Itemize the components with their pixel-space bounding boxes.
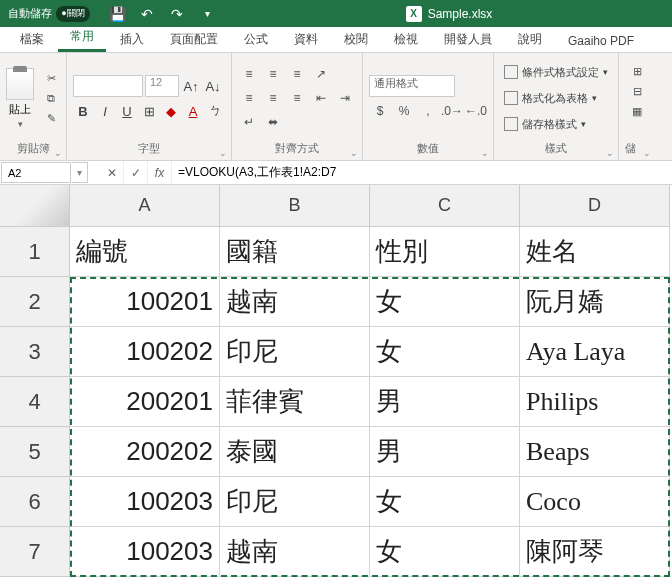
cell[interactable]: 性別 [370,227,520,277]
orientation-icon[interactable]: ↗ [310,64,332,84]
cell[interactable]: 女 [370,277,520,327]
cell-styles-button[interactable]: 儲存格樣式▾ [500,112,612,136]
indent-increase-icon[interactable]: ⇥ [334,88,356,108]
cell[interactable]: 女 [370,477,520,527]
cell[interactable]: 100203 [70,477,220,527]
phonetic-button[interactable]: ㄅ [205,101,225,121]
row-header[interactable]: 6 [0,477,70,527]
paste-button[interactable]: 貼上 ▾ [6,68,34,129]
col-header-b[interactable]: B [220,185,370,227]
formula-input[interactable]: =VLOOKU(A3,工作表1!A2:D7 [172,161,672,184]
cell[interactable]: 印尼 [220,477,370,527]
cell[interactable]: 200201 [70,377,220,427]
fill-color-button[interactable]: ◆ [161,101,181,121]
redo-icon[interactable]: ↷ [166,3,188,25]
cell[interactable]: Coco [520,477,670,527]
decrease-decimal-icon[interactable]: ←.0 [465,101,487,121]
tab-gaaiho[interactable]: Gaaiho PDF [556,30,646,52]
row-header[interactable]: 5 [0,427,70,477]
select-all-corner[interactable] [0,185,70,227]
cell[interactable]: 200202 [70,427,220,477]
row-header[interactable]: 2 [0,277,70,327]
cell[interactable]: 阮月嬌 [520,277,670,327]
copy-icon[interactable]: ⧉ [42,90,60,106]
number-format-select[interactable]: 通用格式 [369,75,455,97]
bold-button[interactable]: B [73,101,93,121]
align-top-icon[interactable]: ≡ [238,64,260,84]
cancel-formula-icon[interactable]: ✕ [100,161,124,184]
align-center-icon[interactable]: ≡ [262,88,284,108]
cell[interactable]: 100203 [70,527,220,577]
cell[interactable]: 泰國 [220,427,370,477]
tab-review[interactable]: 校閱 [332,27,380,52]
cell[interactable]: 國籍 [220,227,370,277]
tab-file[interactable]: 檔案 [8,27,56,52]
col-header-a[interactable]: A [70,185,220,227]
font-size-select[interactable]: 12 [145,75,179,97]
font-color-button[interactable]: A [183,101,203,121]
align-middle-icon[interactable]: ≡ [262,64,284,84]
qat-dropdown-icon[interactable]: ▾ [196,3,218,25]
tab-insert[interactable]: 插入 [108,27,156,52]
name-box[interactable]: A2 [1,162,71,183]
align-right-icon[interactable]: ≡ [286,88,308,108]
cell[interactable]: 印尼 [220,327,370,377]
name-box-dropdown-icon[interactable]: ▾ [72,162,88,183]
enter-formula-icon[interactable]: ✓ [124,161,148,184]
tab-formulas[interactable]: 公式 [232,27,280,52]
decrease-font-icon[interactable]: A↓ [203,76,223,96]
undo-icon[interactable]: ↶ [136,3,158,25]
col-header-c[interactable]: C [370,185,520,227]
delete-cells-icon[interactable]: ⊟ [628,83,646,99]
cell[interactable]: 男 [370,427,520,477]
comma-icon[interactable]: , [417,101,439,121]
cell[interactable]: 越南 [220,277,370,327]
cell[interactable]: 陳阿琴 [520,527,670,577]
cell[interactable]: 男 [370,377,520,427]
format-painter-icon[interactable]: ✎ [42,110,60,126]
insert-cells-icon[interactable]: ⊞ [628,63,646,79]
cell[interactable]: Aya Laya [520,327,670,377]
cell[interactable]: Philips [520,377,670,427]
cell[interactable]: Beaps [520,427,670,477]
italic-button[interactable]: I [95,101,115,121]
conditional-format-button[interactable]: 條件式格式設定▾ [500,60,612,84]
cell[interactable]: 編號 [70,227,220,277]
underline-button[interactable]: U [117,101,137,121]
row-header[interactable]: 3 [0,327,70,377]
cell[interactable]: 女 [370,527,520,577]
indent-decrease-icon[interactable]: ⇤ [310,88,332,108]
merge-button[interactable]: ⬌ [262,112,284,132]
row-header[interactable]: 7 [0,527,70,577]
col-header-d[interactable]: D [520,185,670,227]
font-name-select[interactable] [73,75,143,97]
cut-icon[interactable]: ✂ [42,70,60,86]
wrap-text-icon[interactable]: ↵ [238,112,260,132]
increase-decimal-icon[interactable]: .0→ [441,101,463,121]
row-header[interactable]: 4 [0,377,70,427]
format-cells-icon[interactable]: ▦ [628,103,646,119]
currency-icon[interactable]: $ [369,101,391,121]
save-icon[interactable]: 💾 [106,3,128,25]
row-header[interactable]: 1 [0,227,70,277]
cell[interactable]: 女 [370,327,520,377]
cell[interactable]: 100201 [70,277,220,327]
autosave-switch[interactable]: ●關閉 [56,6,90,22]
tab-view[interactable]: 檢視 [382,27,430,52]
cell[interactable]: 姓名 [520,227,670,277]
tab-data[interactable]: 資料 [282,27,330,52]
cell[interactable]: 100202 [70,327,220,377]
cell[interactable]: 菲律賓 [220,377,370,427]
tab-layout[interactable]: 頁面配置 [158,27,230,52]
align-bottom-icon[interactable]: ≡ [286,64,308,84]
format-as-table-button[interactable]: 格式化為表格▾ [500,86,612,110]
tab-help[interactable]: 說明 [506,27,554,52]
increase-font-icon[interactable]: A↑ [181,76,201,96]
align-left-icon[interactable]: ≡ [238,88,260,108]
autosave-toggle[interactable]: 自動儲存 ●關閉 [0,6,98,22]
percent-icon[interactable]: % [393,101,415,121]
fx-icon[interactable]: fx [148,161,172,184]
tab-developer[interactable]: 開發人員 [432,27,504,52]
tab-home[interactable]: 常用 [58,24,106,52]
cell[interactable]: 越南 [220,527,370,577]
